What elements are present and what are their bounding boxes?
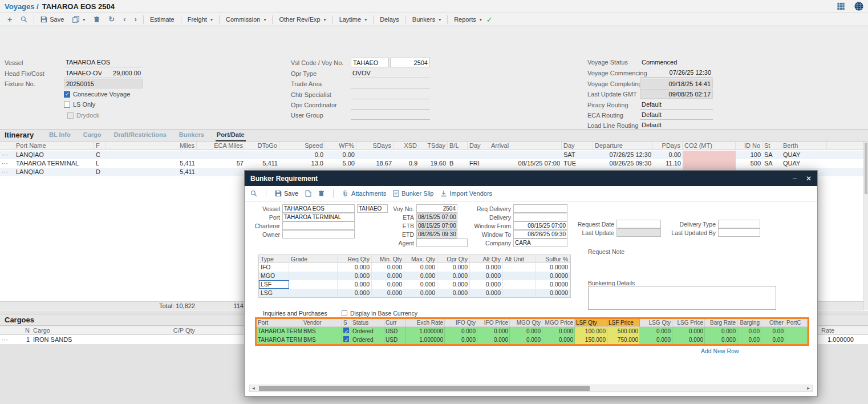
note-icon[interactable]	[305, 190, 311, 197]
freight-menu-button[interactable]: Freight▾	[184, 15, 217, 24]
dialog-save-button[interactable]: Save	[275, 190, 298, 197]
barg-rate-cell[interactable]: 0.000	[705, 327, 737, 336]
window-to-field[interactable]: 08/26/25 09:30	[513, 230, 567, 239]
min-qty-cell[interactable]: 0.000	[372, 280, 404, 289]
type-cell-selected[interactable]: LSF	[259, 280, 289, 289]
minimize-button[interactable]: –	[793, 175, 797, 183]
ifo-price-cell[interactable]: 0.000	[477, 336, 510, 344]
max-qty-cell[interactable]: 0.000	[404, 289, 437, 297]
st-cell[interactable]: SA	[762, 159, 781, 168]
add-new-row-link[interactable]: Add New Row	[701, 348, 739, 354]
miles-cell[interactable]	[106, 151, 197, 159]
eca-cell[interactable]: 57	[197, 159, 245, 168]
s-cell[interactable]	[342, 327, 351, 336]
lsg-price-cell[interactable]: 0.000	[672, 336, 705, 344]
vsl-code-field[interactable]: TAHAEO	[351, 58, 389, 67]
tab-bl-info[interactable]: BL Info	[48, 130, 72, 142]
scrollbar-thumb[interactable]	[865, 143, 867, 194]
sulfur-cell[interactable]: 0.0000	[536, 272, 570, 280]
opr-qty-cell[interactable]: 0.000	[437, 272, 470, 280]
attachments-button[interactable]: Attachments	[342, 190, 386, 197]
port-cell[interactable]: TAHAROA TERMINAL	[257, 336, 302, 344]
co2-cell[interactable]	[683, 151, 736, 159]
lsf-qty-cell[interactable]: 150.000	[575, 336, 607, 344]
xsd-cell[interactable]	[394, 151, 419, 159]
grade-cell[interactable]	[289, 272, 338, 280]
search-icon[interactable]	[250, 190, 257, 197]
id-no-cell[interactable]: 100	[736, 151, 762, 159]
display-base-currency-checkbox[interactable]: Display in Base Currency	[342, 310, 417, 317]
checkbox-checked-icon[interactable]	[343, 328, 349, 333]
cargo-cell[interactable]: IRON SANDS	[31, 335, 157, 344]
last-updated-by-field[interactable]	[718, 228, 760, 237]
portcost-cell[interactable]	[785, 336, 808, 344]
bunkering-details-textarea[interactable]	[588, 286, 776, 310]
status-cell[interactable]: Ordered	[351, 327, 384, 336]
opr-qty-cell[interactable]: 0.000	[437, 263, 470, 272]
grade-cell[interactable]	[289, 280, 338, 289]
max-qty-cell[interactable]: 0.000	[404, 272, 437, 280]
dtogo-cell[interactable]	[245, 151, 279, 159]
user-group-field[interactable]	[351, 110, 430, 120]
modal-h-scrollbar[interactable]: ◂ ▸	[249, 385, 813, 392]
wf-cell[interactable]: 5.00	[325, 159, 356, 168]
ifo-price-cell[interactable]: 0.000	[477, 327, 510, 336]
portcost-cell[interactable]	[785, 327, 808, 336]
mgo-qty-cell[interactable]: 0.000	[510, 336, 542, 344]
ifo-qty-cell[interactable]: 0.000	[445, 327, 477, 336]
dialog-titlebar[interactable]: Bunker Requirement – ✕	[245, 171, 817, 186]
search-button[interactable]	[17, 15, 31, 24]
copy-button[interactable]: ▾	[68, 15, 89, 24]
curr-cell[interactable]: USD	[384, 327, 406, 336]
prev-button[interactable]: ‹	[119, 15, 129, 24]
consecutive-voyage-checkbox[interactable]: Consecutive Voyage	[64, 90, 130, 98]
sulfur-cell[interactable]: 0.0000	[536, 289, 570, 297]
bl-cell[interactable]	[448, 151, 468, 159]
reports-menu-button[interactable]: Reports▾	[450, 15, 486, 24]
commission-menu-button[interactable]: Commission▾	[222, 15, 270, 24]
voy-no-field[interactable]: 2504	[390, 58, 430, 67]
piracy-routing-field[interactable]: Default	[640, 100, 713, 110]
vendor-cell[interactable]: BMS	[302, 336, 342, 344]
delivery-field[interactable]	[513, 213, 567, 221]
tab-draft-restrictions[interactable]: Draft/Restrictions	[112, 130, 167, 142]
barg-rate-cell[interactable]: 0.000	[705, 336, 737, 344]
bunker-slip-button[interactable]: Bunker Slip	[393, 190, 433, 197]
tsday-cell[interactable]	[419, 151, 448, 159]
rate-cell[interactable]: 1.000000	[820, 335, 855, 344]
charterer-field[interactable]	[282, 221, 355, 230]
checkbox-checked-icon[interactable]	[343, 336, 349, 342]
tab-bunkers[interactable]: Bunkers	[178, 130, 205, 142]
min-qty-cell[interactable]: 0.000	[372, 263, 404, 272]
breadcrumb[interactable]: Voyages /	[5, 2, 39, 11]
other-cell[interactable]: 0.00	[761, 327, 785, 336]
port-cell[interactable]: LANQIAO	[14, 168, 94, 176]
vendor-cell[interactable]: BMS	[302, 327, 342, 336]
type-cell[interactable]: IFO	[259, 263, 289, 272]
bl-cell[interactable]: B	[448, 159, 468, 168]
eca-cell[interactable]	[197, 168, 245, 176]
s-cell[interactable]	[342, 336, 351, 344]
trash-icon[interactable]	[318, 190, 325, 197]
import-vendors-button[interactable]: Import Vendors	[440, 190, 492, 197]
req-qty-cell[interactable]: 0.000	[338, 263, 372, 272]
agent-field[interactable]	[416, 239, 468, 247]
tab-port-date[interactable]: Port/Date	[216, 130, 246, 142]
lsg-qty-cell[interactable]: 0.000	[640, 327, 672, 336]
sdays-cell[interactable]: 18.67	[356, 159, 394, 168]
alt-qty-cell[interactable]: 0.000	[470, 280, 503, 289]
lsg-price-cell[interactable]: 0.000	[672, 327, 705, 336]
row-handle[interactable]: ⋯	[0, 335, 14, 344]
req-qty-cell[interactable]: 0.000	[338, 280, 372, 289]
head-fix-amount-field[interactable]: 29,000.00	[103, 68, 143, 78]
miles-cell[interactable]: 5,411	[106, 168, 197, 176]
miles-cell[interactable]: 5,411	[106, 159, 197, 168]
barging-cell[interactable]: 0.00	[737, 327, 761, 336]
pdays-cell[interactable]: 11.10	[653, 159, 683, 168]
owner-field[interactable]	[282, 230, 355, 239]
f-cell[interactable]: L	[94, 159, 106, 168]
lsf-price-cell[interactable]: 750.000	[607, 336, 640, 344]
mgo-qty-cell[interactable]: 0.000	[510, 327, 542, 336]
request-date-field[interactable]	[616, 220, 661, 228]
voy-no-field[interactable]: 2504	[416, 204, 457, 213]
